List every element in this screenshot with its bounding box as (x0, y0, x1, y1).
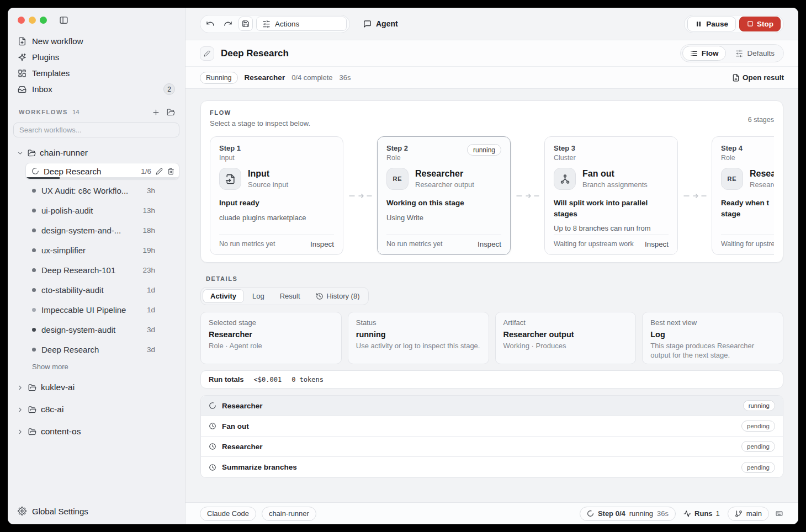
close-window-button[interactable] (18, 17, 25, 24)
flow-section-label: FLOW (210, 109, 310, 116)
sidebar-folder[interactable]: c8c-ai (13, 398, 179, 421)
edit-title-button[interactable] (200, 46, 214, 61)
task-state-badge: pending (741, 462, 775, 473)
spinner-icon (209, 402, 216, 409)
page-title: Deep Research (221, 48, 289, 59)
stage-metrics: Waiting for upstream work (721, 240, 774, 248)
project-pill[interactable]: chain-runner (262, 507, 316, 521)
current-role: Researcher (245, 73, 285, 82)
inspect-link[interactable]: Inspect (478, 240, 501, 248)
sidebar-toggle-icon[interactable] (59, 15, 68, 25)
task-row[interactable]: Researcher running (201, 396, 783, 416)
sliders-icon (735, 50, 743, 57)
chevron-right-icon (17, 406, 24, 413)
task-list: Researcher running Fan out pending Resea… (200, 395, 783, 478)
stage-step-label: Step 4 (721, 144, 743, 152)
run-status-bar: Running Researcher 0/4 complete 36s Open… (185, 67, 798, 89)
role-avatar: RE (386, 168, 409, 190)
workflow-item[interactable]: ux-simplifier 19h (25, 240, 179, 260)
details-tab[interactable]: Activity (203, 289, 244, 303)
workflow-age: 3h (147, 187, 155, 195)
undo-button[interactable] (203, 17, 218, 31)
keyboard-icon[interactable] (775, 509, 784, 518)
folder-open-icon (28, 428, 36, 436)
step-status-pill[interactable]: Step 0/4 running 36s (580, 507, 676, 521)
plugins-icon (18, 53, 26, 62)
nav-item-label: Plugins (32, 52, 59, 62)
minimize-window-button[interactable] (29, 17, 36, 24)
status-dot-icon (32, 308, 36, 312)
stage-card[interactable]: Step 2 Role running RE Researcher (377, 136, 511, 255)
sidebar-group-chain-runner[interactable]: chain-runner (13, 144, 179, 162)
selected-workflow-item[interactable]: Deep Research 1/6 (25, 163, 179, 179)
branch-pill[interactable]: main (728, 507, 769, 521)
workflow-item[interactable]: Deep Research-101 23h (25, 260, 179, 280)
sidebar-nav-item[interactable]: Templates (15, 65, 177, 81)
info-card: Status running Use activity or log to in… (348, 312, 489, 364)
sidebar-folder[interactable]: content-os (13, 421, 179, 443)
stage-card[interactable]: Step 3 Cluster Fan out Branch a (544, 136, 678, 255)
show-more-link[interactable]: Show more (13, 359, 179, 376)
stage-kind-label: Input (219, 154, 241, 162)
rename-workflow-button[interactable] (156, 168, 163, 175)
zoom-window-button[interactable] (40, 17, 47, 24)
stage-count: 6 stages (748, 109, 774, 124)
stage-card[interactable]: Step 1 Input Input Source input (210, 136, 343, 255)
tab-defaults[interactable]: Defaults (728, 46, 782, 61)
workflow-item[interactable]: UX Audit: c8c Workflo... 3h (25, 180, 179, 200)
inspect-link[interactable]: Inspect (645, 240, 669, 248)
sidebar-nav-item[interactable]: New workflow (15, 33, 177, 49)
redo-button[interactable] (221, 17, 235, 31)
workflow-item[interactable]: Deep Research 3d (25, 339, 179, 359)
task-row[interactable]: Fan out pending (201, 416, 783, 437)
actions-button[interactable]: Actions (256, 17, 347, 31)
inspect-link[interactable]: Inspect (310, 240, 334, 248)
task-state-badge: pending (741, 441, 775, 452)
details-tab[interactable]: Log (245, 289, 272, 303)
flow-subtitle: Select a stage to inspect below. (210, 119, 310, 127)
workflow-item[interactable]: ui-polish-audit 13h (25, 200, 179, 220)
open-result-button[interactable]: Open result (732, 73, 784, 82)
details-tab[interactable]: History (8) (309, 289, 367, 303)
info-card: Selected stage Researcher Role · Agent r… (200, 312, 342, 364)
workflow-item[interactable]: design-system-audit 3d (25, 320, 179, 339)
workflow-item[interactable]: Impeccable UI Pipeline 1d (25, 300, 179, 320)
folder-open-icon (28, 149, 36, 157)
pencil-icon (204, 50, 210, 57)
save-button[interactable] (238, 17, 253, 31)
runtime-pill[interactable]: Claude Code (200, 507, 256, 521)
workflow-item[interactable]: design-system-and-... 18h (25, 220, 179, 240)
stage-metrics: Waiting for upstream work (554, 240, 634, 248)
sidebar-nav-item[interactable]: Plugins (15, 49, 177, 65)
stage-card[interactable]: Step 4 Role RE Researcher Resear (712, 136, 774, 255)
stop-button[interactable]: Stop (739, 17, 781, 31)
info-card-value: Researcher output (503, 330, 628, 339)
task-row[interactable]: Researcher pending (201, 437, 783, 457)
add-workflow-button[interactable] (152, 108, 160, 116)
actions-label: Actions (275, 20, 299, 28)
pause-icon (695, 20, 702, 28)
workflow-age: 18h (142, 226, 155, 235)
sidebar-nav-item[interactable]: Inbox 2 (15, 81, 177, 97)
delete-workflow-button[interactable] (167, 168, 174, 175)
details-tab[interactable]: Result (273, 289, 307, 303)
bottom-status-bar: Claude Code chain-runner Step 0/4 runnin… (185, 502, 798, 524)
tab-flow[interactable]: Flow (682, 46, 727, 61)
workflows-label: WORKFLOWS (19, 109, 68, 115)
stage-title: Fan out (582, 169, 648, 179)
runs-button[interactable]: Runs 1 (681, 509, 722, 518)
folder-open-icon (28, 384, 36, 392)
stage-status-detail: cluade plugins marketplace (219, 214, 334, 222)
info-card-sub: Working · Produces (503, 342, 628, 351)
open-folder-button[interactable] (167, 108, 175, 116)
nav-item-label: New workflow (32, 36, 83, 46)
agent-button[interactable]: Agent (363, 19, 398, 28)
stop-icon (746, 20, 754, 28)
sidebar-folder[interactable]: kuklev-ai (13, 376, 179, 398)
global-settings-button[interactable]: Global Settings (8, 498, 185, 524)
pause-button[interactable]: Pause (687, 17, 736, 31)
task-name: Fan out (222, 422, 736, 430)
task-row[interactable]: Summarize branches pending (201, 457, 783, 477)
workflow-item[interactable]: cto-stability-audit 1d (25, 280, 179, 300)
search-input[interactable] (13, 123, 179, 137)
